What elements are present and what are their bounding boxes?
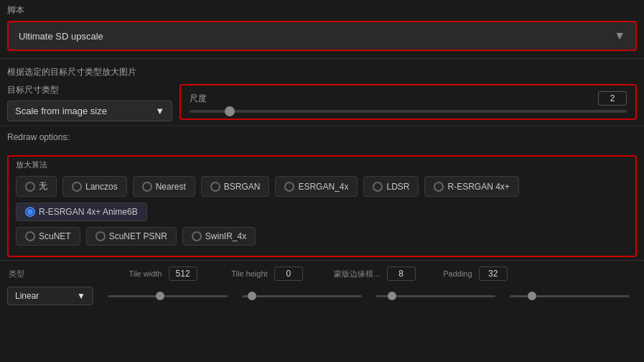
scale-box-header: 尺度 (190, 91, 627, 106)
algo-label-esrgan4x: ESRGAN_4x (298, 182, 348, 192)
algo-item-swinir4x[interactable]: SwinIR_4x (182, 227, 256, 246)
redraw-section: Redraw options: (0, 126, 644, 152)
algo-label-scunet: ScuNET (39, 231, 71, 241)
info-text: 根据选定的目标尺寸类型放大图片 (7, 66, 637, 78)
algo-item-nearest[interactable]: Nearest (133, 176, 195, 197)
algo-item-ldsr[interactable]: LDSR (363, 176, 419, 197)
algo-row-2: ScuNET ScuNET PSNR SwinIR_4x (16, 227, 628, 246)
mg-label: 蒙版边缘模... (334, 266, 415, 281)
algo-label-scunet-psnr: ScuNET PSNR (109, 231, 167, 241)
script-section: 脚本 Ultimate SD upscale ▼ (0, 0, 644, 59)
radio-scunet-psnr (95, 231, 106, 241)
pad-label: Padding (443, 266, 508, 281)
info-section: 根据选定的目标尺寸类型放大图片 目标尺寸类型 Scale from image … (0, 59, 644, 126)
algo-item-scunet[interactable]: ScuNET (16, 227, 80, 246)
mg-value-input[interactable] (387, 266, 416, 281)
linear-dropdown[interactable]: Linear ▼ (7, 287, 93, 305)
th-col-header: Tile height (224, 266, 310, 281)
pad-slider[interactable] (510, 295, 630, 297)
algo-label-ldsr: LDSR (386, 182, 409, 192)
tw-value-input[interactable] (169, 266, 197, 281)
radio-wu (25, 182, 35, 192)
pad-slider-thumb[interactable] (528, 292, 536, 300)
algo-label-swinir4x: SwinIR_4x (205, 231, 246, 241)
bottom-section: 类型 Tile width Tile height 蒙版边缘模... (0, 260, 644, 310)
tw-slider-thumb[interactable] (156, 292, 164, 300)
tw-col-header: Tile width (102, 266, 224, 281)
algo-label-lanczos: Lanczos (85, 182, 118, 192)
mg-slider-track (376, 295, 496, 297)
tw-slider-track (108, 295, 228, 297)
mg-col-header: 蒙版边缘模... (310, 266, 439, 281)
scale-box: 尺度 (179, 84, 637, 120)
target-left: 目标尺寸类型 Scale from image size ▼ (7, 84, 172, 121)
algo-label-bsrgan: BSRGAN (224, 182, 261, 192)
algo-item-resrgan4x[interactable]: R-ESRGAN 4x+ (424, 176, 518, 197)
pad-slider-track (510, 295, 630, 297)
type-col-header: 类型 (9, 269, 102, 279)
target-size-label: 目标尺寸类型 (7, 84, 172, 96)
scale-dropdown-arrow: ▼ (155, 106, 164, 116)
th-label: Tile height (231, 266, 303, 281)
th-slider-thumb[interactable] (248, 292, 256, 300)
radio-swinir4x (192, 231, 202, 241)
radio-esrgan4x (284, 182, 294, 192)
target-row: 目标尺寸类型 Scale from image size ▼ 尺度 (7, 84, 637, 121)
algo-item-wu[interactable]: 无 (16, 176, 57, 197)
tw-slider[interactable] (108, 295, 228, 297)
scale-dropdown-value: Scale from image size (15, 106, 107, 116)
linear-dropdown-arrow: ▼ (77, 291, 85, 301)
radio-resrgan4x-anime6b (25, 207, 35, 217)
linear-label: Linear (15, 291, 39, 301)
algo-item-bsrgan[interactable]: BSRGAN (201, 176, 270, 197)
radio-bsrgan (210, 182, 220, 192)
th-value-input[interactable] (274, 266, 303, 281)
script-label: 脚本 (7, 4, 637, 17)
algo-item-scunet-psnr[interactable]: ScuNET PSNR (86, 227, 177, 246)
algo-label-resrgan4x-anime6b: R-ESRGAN 4x+ Anime6B (39, 207, 138, 217)
script-dropdown-value: Ultimate SD upscale (19, 31, 103, 42)
bottom-sliders-row: Linear ▼ (7, 287, 637, 305)
radio-lanczos (72, 182, 82, 192)
mg-slider[interactable] (376, 295, 496, 297)
pad-value-input[interactable] (479, 266, 508, 281)
scale-value-input[interactable] (598, 91, 627, 106)
scale-dropdown[interactable]: Scale from image size ▼ (7, 101, 172, 121)
type-label: 类型 (9, 269, 24, 279)
columns-header: 类型 Tile width Tile height 蒙版边缘模... (7, 266, 637, 281)
radio-ldsr (373, 182, 383, 192)
radio-resrgan4x (434, 182, 444, 192)
tw-label: Tile width (129, 266, 197, 281)
script-dropdown-arrow: ▼ (614, 29, 625, 42)
algo-label-nearest: Nearest (156, 182, 186, 192)
th-slider[interactable] (242, 295, 362, 297)
th-slider-track (242, 295, 362, 297)
algo-item-esrgan4x[interactable]: ESRGAN_4x (275, 176, 358, 197)
algo-item-resrgan4x-anime6b[interactable]: R-ESRGAN 4x+ Anime6B (16, 203, 147, 221)
algo-title: 放大算法 (16, 159, 628, 170)
algo-label-wu: 无 (39, 180, 47, 192)
pad-col-header: Padding (439, 266, 511, 281)
algo-section: 放大算法 无 Lanczos Nearest BSRGAN ESRGAN_4x … (7, 155, 637, 257)
scale-box-label: 尺度 (190, 93, 207, 105)
radio-scunet (25, 231, 35, 241)
mg-slider-thumb[interactable] (388, 292, 396, 300)
algo-row-1: 无 Lanczos Nearest BSRGAN ESRGAN_4x LDSR … (16, 176, 628, 221)
script-dropdown[interactable]: Ultimate SD upscale ▼ (7, 21, 637, 51)
algo-item-lanczos[interactable]: Lanczos (62, 176, 127, 197)
radio-nearest (142, 182, 152, 192)
algo-label-resrgan4x: R-ESRGAN 4x+ (447, 182, 509, 192)
redraw-label: Redraw options: (7, 132, 637, 142)
scale-slider-track[interactable] (190, 110, 627, 113)
scale-slider-thumb[interactable] (225, 106, 235, 116)
